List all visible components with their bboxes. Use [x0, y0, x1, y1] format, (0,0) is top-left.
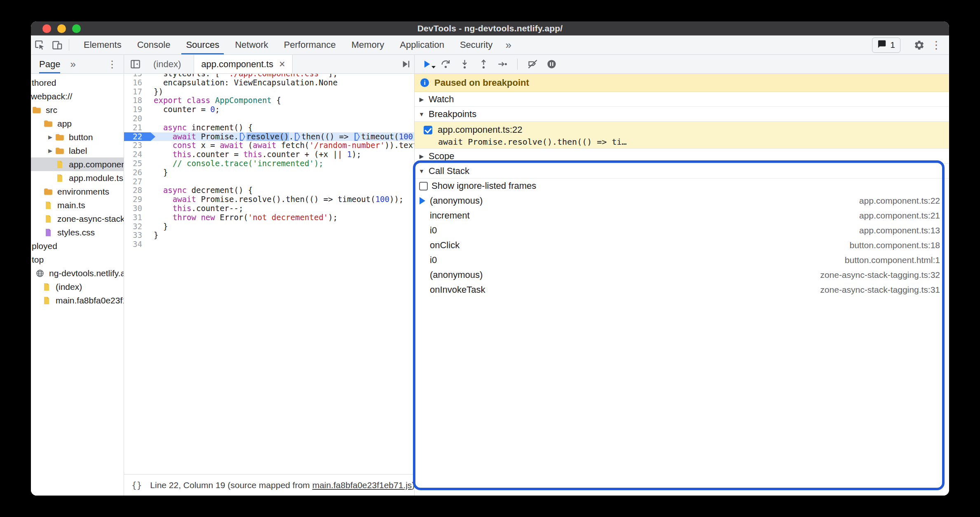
tab-console[interactable]: Console — [129, 35, 178, 54]
expander-icon[interactable]: ▶ — [46, 148, 55, 154]
breakpoint-entry[interactable]: app.component.ts:22 await Promise.resolv… — [415, 122, 949, 149]
call-stack-frame-anonymous[interactable]: (anonymous)app.component.ts:22 — [415, 193, 949, 208]
code-line-text[interactable] — [148, 240, 414, 249]
tree-item-src[interactable]: src — [31, 103, 124, 117]
code-line-text[interactable]: }) — [148, 87, 414, 96]
code-line-text[interactable]: counter = 0; — [148, 105, 414, 114]
code-line-text[interactable]: this.counter--; — [148, 204, 414, 213]
tab-memory[interactable]: Memory — [344, 35, 392, 54]
code-line-text[interactable]: this.counter = this.counter + (+x || 1); — [148, 150, 414, 159]
code-line-text[interactable]: export class AppComponent { — [148, 96, 414, 105]
tab-performance[interactable]: Performance — [276, 35, 344, 54]
tree-item-top[interactable]: top — [31, 253, 124, 266]
editor-tab-index[interactable]: (index) — [146, 55, 188, 73]
line-number[interactable]: 20 — [124, 114, 148, 123]
settings-gear-icon[interactable] — [910, 37, 928, 53]
quick-source-icon[interactable] — [397, 56, 414, 73]
deactivate-breakpoints-button[interactable] — [525, 56, 540, 72]
line-number[interactable]: 32 — [124, 222, 148, 231]
code-line-text[interactable]: const x = await (await fetch('/random-nu… — [148, 141, 414, 150]
code-editor[interactable]: 15 styleUrls: [ './app.component.css' ],… — [124, 74, 414, 474]
tab-elements[interactable]: Elements — [76, 35, 129, 54]
line-number[interactable]: 25 — [124, 159, 148, 168]
code-line-text[interactable]: await Promise.resolve().then(() => timeo… — [148, 132, 414, 141]
tab-sources[interactable]: Sources — [178, 35, 227, 54]
tree-item-styles-css[interactable]: styles.css — [31, 226, 124, 239]
line-number[interactable]: 28 — [124, 186, 148, 195]
tree-item-app-module-ts[interactable]: app.module.ts — [31, 171, 124, 185]
line-number[interactable]: 34 — [124, 240, 148, 249]
call-stack-frame-onclick[interactable]: onClickbutton.component.ts:18 — [415, 238, 949, 253]
pause-on-exceptions-button[interactable] — [544, 56, 559, 72]
tree-item-button[interactable]: ▶button — [31, 130, 124, 144]
section-call-stack[interactable]: ▼ Call Stack — [415, 164, 949, 179]
line-number[interactable]: 18 — [124, 96, 148, 105]
code-line-text[interactable]: encapsulation: ViewEncapsulation.None — [148, 78, 414, 87]
step-button[interactable] — [495, 56, 510, 72]
tree-item-ployed[interactable]: ployed — [31, 239, 124, 253]
line-number[interactable]: 21 — [124, 123, 148, 132]
close-window-button[interactable] — [42, 24, 51, 33]
inspect-icon[interactable] — [31, 37, 48, 53]
code-line-text[interactable]: throw new Error('not decremented'); — [148, 213, 414, 222]
tab-security[interactable]: Security — [452, 35, 500, 54]
tree-item-app[interactable]: app — [31, 117, 124, 130]
code-line-text[interactable]: async increment() { — [148, 123, 414, 132]
code-line-text[interactable]: async decrement() { — [148, 186, 414, 195]
call-stack-frame-i0[interactable]: i0button.component.html:1 — [415, 253, 949, 268]
tree-item-main-ts[interactable]: main.ts — [31, 198, 124, 212]
code-line-text[interactable]: await Promise.resolve().then(() => timeo… — [148, 195, 414, 204]
tree-item-webpack[interactable]: webpack:// — [31, 89, 124, 103]
ignore-listed-checkbox[interactable] — [419, 182, 428, 190]
code-line-text[interactable]: } — [148, 231, 414, 240]
source-map-link[interactable]: main.fa8bfa0e23f1eb71.js — [312, 480, 412, 490]
line-number[interactable]: 24 — [124, 150, 148, 159]
tab-application[interactable]: Application — [392, 35, 452, 54]
call-stack-frame-oninvoketask[interactable]: onInvokeTaskzone-async-stack-tagging.ts:… — [415, 282, 949, 297]
step-out-button[interactable] — [476, 56, 491, 72]
tree-item-zone-async-stack-ta[interactable]: zone-async-stack-ta — [31, 212, 124, 226]
code-line-text[interactable]: } — [148, 168, 414, 177]
resume-script-button[interactable] — [419, 56, 434, 72]
navigator-toggle-icon[interactable] — [127, 56, 144, 73]
breakpoint-checkbox[interactable] — [424, 126, 432, 134]
code-line-text[interactable]: // console.trace('incremented'); — [148, 159, 414, 168]
tree-item-index[interactable]: (index) — [31, 280, 124, 294]
more-panels-icon[interactable]: » — [500, 39, 516, 52]
expander-icon[interactable]: ▶ — [46, 134, 55, 140]
tree-item-environments[interactable]: environments — [31, 185, 124, 198]
call-stack-frame-anonymous[interactable]: (anonymous)zone-async-stack-tagging.ts:3… — [415, 268, 949, 282]
call-stack-frame-increment[interactable]: incrementapp.component.ts:21 — [415, 208, 949, 223]
more-navigator-tabs-icon[interactable]: » — [70, 59, 75, 70]
step-into-button[interactable] — [457, 56, 472, 72]
tab-network[interactable]: Network — [227, 35, 276, 54]
pretty-print-icon[interactable]: {} — [131, 480, 142, 490]
close-tab-icon[interactable]: × — [279, 59, 285, 69]
tree-item-main-fa8bfa0e23f1eb[interactable]: main.fa8bfa0e23f1eb — [31, 294, 124, 307]
tree-item-thored[interactable]: thored — [31, 76, 124, 89]
tab-page[interactable]: Page — [39, 55, 60, 73]
tree-item-label[interactable]: ▶label — [31, 144, 124, 157]
ignore-listed-frames-row[interactable]: Show ignore-listed frames — [415, 179, 949, 193]
code-line-text[interactable]: styleUrls: [ './app.component.css' ], — [148, 74, 414, 78]
kebab-menu-icon[interactable]: ⋮ — [928, 39, 949, 52]
line-number[interactable]: 30 — [124, 204, 148, 213]
line-number[interactable]: 33 — [124, 231, 148, 240]
section-breakpoints[interactable]: ▼ Breakpoints — [415, 107, 949, 122]
line-number[interactable]: 27 — [124, 177, 148, 186]
line-number[interactable]: 22 — [124, 132, 148, 141]
line-number[interactable]: 16 — [124, 78, 148, 87]
zoom-window-button[interactable] — [72, 24, 81, 33]
minimize-window-button[interactable] — [57, 24, 66, 33]
device-toolbar-icon[interactable] — [48, 37, 66, 53]
issues-badge[interactable]: 1 — [872, 38, 900, 53]
section-scope[interactable]: ▶ Scope — [415, 149, 949, 164]
editor-tab-app-component-ts[interactable]: app.component.ts× — [194, 55, 293, 73]
tree-item-ng-devtools-netlify-app[interactable]: ng-devtools.netlify.app — [31, 266, 124, 280]
call-stack-frame-i0[interactable]: i0app.component.ts:13 — [415, 223, 949, 238]
code-line-text[interactable]: } — [148, 222, 414, 231]
code-line-text[interactable] — [148, 177, 414, 186]
line-number[interactable]: 31 — [124, 213, 148, 222]
line-number[interactable]: 23 — [124, 141, 148, 150]
code-line-text[interactable] — [148, 114, 414, 123]
